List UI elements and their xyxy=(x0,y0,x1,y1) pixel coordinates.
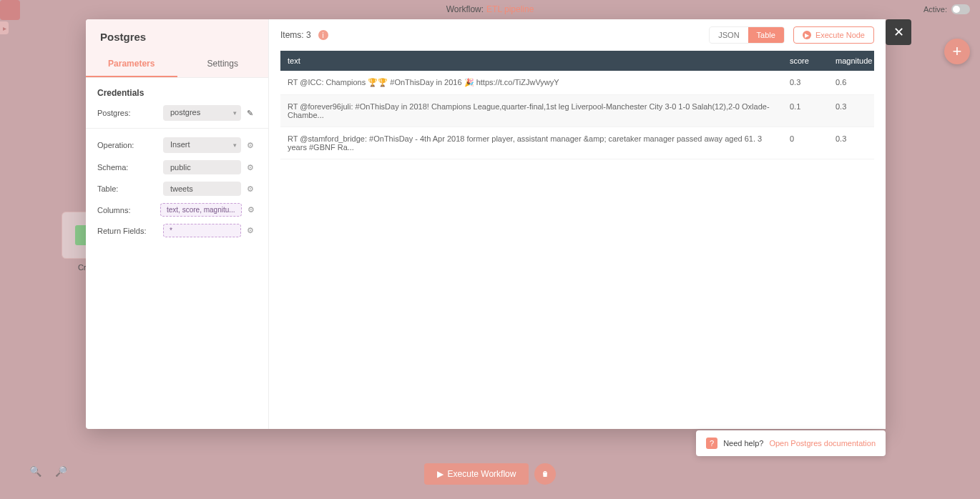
divider xyxy=(86,128,268,129)
parameters-panel: Credentials Postgres: postgres▾ ✎ Operat… xyxy=(86,78,268,255)
sidebar-tabs: Parameters Settings xyxy=(86,51,268,78)
col-header-magnitude[interactable]: magnitude xyxy=(828,51,874,71)
tab-parameters[interactable]: Parameters xyxy=(86,51,177,77)
return-fields-input[interactable]: * xyxy=(163,224,241,237)
columns-input[interactable]: text, score, magnitu... xyxy=(160,203,242,217)
table-row[interactable]: RT @forever96juli: #OnThisDay in 2018! C… xyxy=(280,95,874,127)
gear-icon[interactable]: ⚙ xyxy=(247,141,257,150)
cell-magnitude: 0.3 xyxy=(828,127,874,159)
operation-label: Operation: xyxy=(97,141,163,149)
rail-expand-handle[interactable]: ▸ xyxy=(0,21,9,34)
cell-magnitude: 0.6 xyxy=(828,71,874,95)
cell-text: RT @forever96juli: #OnThisDay in 2018! C… xyxy=(280,95,783,127)
chevron-down-icon: ▾ xyxy=(233,142,237,149)
execute-node-label: Execute Node xyxy=(815,31,865,39)
execute-workflow-label: Execute Workflow xyxy=(448,469,516,479)
table-input[interactable]: tweets xyxy=(163,182,241,196)
columns-label: Columns: xyxy=(97,206,160,214)
play-icon: ▶ xyxy=(437,469,444,479)
items-count: Items: 3 xyxy=(280,30,311,40)
modal-main: Items: 3 i JSON Table ▶ Execute Node tex… xyxy=(269,19,886,429)
node-title: Postgres xyxy=(86,19,268,51)
gear-icon[interactable]: ⚙ xyxy=(247,226,257,235)
cell-magnitude: 0.3 xyxy=(828,95,874,127)
info-icon[interactable]: i xyxy=(318,30,328,40)
execute-node-button[interactable]: ▶ Execute Node xyxy=(793,26,874,44)
trash-icon xyxy=(541,470,549,478)
help-icon: ? xyxy=(706,438,717,449)
table-row[interactable]: RT @ICC: Champions 🏆🏆 #OnThisDay in 2016… xyxy=(280,71,874,95)
workflow-label: Workflow: xyxy=(446,4,484,14)
view-table-button[interactable]: Table xyxy=(748,27,784,43)
help-link[interactable]: Open Postgres documentation xyxy=(769,439,876,448)
close-icon: ✕ xyxy=(893,24,904,40)
active-toggle[interactable] xyxy=(951,4,970,14)
close-button[interactable]: ✕ xyxy=(886,19,911,45)
cell-score: 0.3 xyxy=(783,71,828,95)
gear-icon[interactable]: ⚙ xyxy=(247,163,257,172)
left-rail: ▸ xyxy=(0,0,20,499)
node-editor-modal: Postgres Parameters Settings Credentials… xyxy=(86,19,886,429)
tab-settings[interactable]: Settings xyxy=(177,51,269,77)
operation-select[interactable]: Insert▾ xyxy=(163,137,241,153)
cell-text: RT @stamford_bridge: #OnThisDay - 4th Ap… xyxy=(280,127,783,159)
app-logo[interactable] xyxy=(0,0,20,20)
execute-workflow-button[interactable]: ▶ Execute Workflow xyxy=(424,463,529,485)
modal-sidebar: Postgres Parameters Settings Credentials… xyxy=(86,19,269,429)
active-label: Active: xyxy=(923,5,947,14)
help-text: Need help? xyxy=(723,439,763,448)
edit-icon[interactable]: ✎ xyxy=(247,109,257,118)
cell-score: 0.1 xyxy=(783,95,828,127)
table-row[interactable]: RT @stamford_bridge: #OnThisDay - 4th Ap… xyxy=(280,127,874,159)
view-json-button[interactable]: JSON xyxy=(710,27,748,43)
help-popup: ? Need help? Open Postgres documentation xyxy=(696,430,886,456)
play-icon: ▶ xyxy=(803,31,811,39)
col-header-text[interactable]: text xyxy=(280,51,783,71)
workflow-name-link[interactable]: ETL pipeline xyxy=(486,4,534,14)
credentials-heading: Credentials xyxy=(97,88,257,98)
cell-text: RT @ICC: Champions 🏆🏆 #OnThisDay in 2016… xyxy=(280,71,783,95)
schema-label: Schema: xyxy=(97,163,163,172)
gear-icon[interactable]: ⚙ xyxy=(248,205,257,214)
add-node-button[interactable]: + xyxy=(944,39,970,64)
table-header-row: text score magnitude xyxy=(280,51,874,71)
credentials-select[interactable]: postgres▾ xyxy=(163,105,241,121)
table-label: Table: xyxy=(97,184,163,193)
return-fields-label: Return Fields: xyxy=(97,227,163,235)
results-table: text score magnitude RT @ICC: Champions … xyxy=(280,51,874,159)
col-header-score[interactable]: score xyxy=(783,51,828,71)
view-toggle: JSON Table xyxy=(709,26,785,44)
chevron-down-icon: ▾ xyxy=(233,109,237,117)
cred-label: Postgres: xyxy=(97,109,163,117)
delete-button[interactable] xyxy=(534,463,556,485)
gear-icon[interactable]: ⚙ xyxy=(247,184,257,194)
schema-input[interactable]: public xyxy=(163,160,241,174)
cell-score: 0 xyxy=(783,127,828,159)
